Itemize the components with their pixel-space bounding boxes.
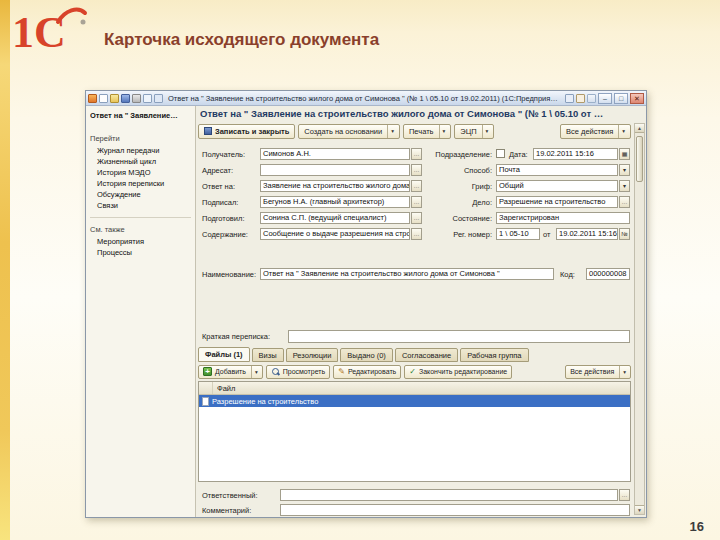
file-column-header: Файл [213,384,239,393]
case-field[interactable]: Разрешение на строительство [496,196,618,208]
maximize-button[interactable]: □ [614,93,628,104]
reply-to-field[interactable]: Заявление на строительство жилого дома о… [260,180,410,192]
responsible-select-button[interactable]: … [619,489,630,501]
print-preview-icon[interactable] [143,94,152,103]
case-select-button[interactable]: … [619,196,630,208]
all-actions-button[interactable]: Все действия ▾ [560,124,631,139]
finish-editing-button[interactable]: ✓ Закончить редактирование [404,365,512,379]
service-menu-icon[interactable] [587,94,596,103]
comment-label: Комментарий: [202,506,251,515]
method-dropdown-button[interactable]: ▾ [619,164,630,176]
app-window: Ответ на " Заявление на строительство жи… [85,90,647,518]
save-icon[interactable] [121,94,130,103]
tab-issued[interactable]: Выдано (0) [340,348,393,362]
reg-date-field[interactable]: 19.02.2011 15:16 [556,228,618,240]
summary-select-button[interactable]: … [411,228,422,240]
grif-dropdown-button[interactable]: ▾ [619,180,630,192]
scrollbar-thumb[interactable] [636,136,643,182]
prepared-by-select-button[interactable]: … [411,212,422,224]
sidebar-item-correspondence-history[interactable]: История переписки [90,178,191,189]
tab-resolutions[interactable]: Резолюции [286,348,339,362]
sidebar-item-events[interactable]: Мероприятия [90,236,191,247]
add-file-button[interactable]: + Добавить ▾ [198,365,263,379]
save-and-close-button[interactable]: Записать и закрыть [198,124,295,139]
digital-signature-button[interactable]: ЭЦП ▾ [454,124,494,139]
sidebar-item-lifecycle[interactable]: Жизненный цикл [90,156,191,167]
scroll-up-button[interactable]: ▲ [635,124,644,133]
tab-files[interactable]: Файлы (1) [198,347,250,362]
new-document-icon[interactable] [99,94,108,103]
files-grid[interactable]: Файл Разрешение на строительство [198,381,631,482]
date-field[interactable]: 19.02.2011 15:16 [533,148,618,160]
copy-icon[interactable] [154,94,163,103]
edit-file-button[interactable]: ✎ Редактировать [333,365,401,379]
add-file-label: Добавить [215,368,246,375]
navigation-panel: Ответ на " Заявление… Перейти Журнал пер… [86,106,196,517]
responsible-field[interactable] [280,489,618,501]
tab-working-group[interactable]: Рабочая группа [460,348,528,362]
signed-by-select-button[interactable]: … [411,196,422,208]
sidebar-item-discussion[interactable]: Обсуждение [90,189,191,200]
reply-to-label: Ответ на: [202,182,235,191]
sidebar-item-transfer-journal[interactable]: Журнал передачи [90,145,191,156]
chevron-down-icon: ▾ [251,366,258,378]
vertical-scrollbar[interactable]: ▲ ▼ [634,123,645,515]
signed-by-field[interactable]: Бегунов Н.А. (главный архитектор) [260,196,410,208]
tab-visas[interactable]: Визы [252,348,284,362]
sidebar-item-processes[interactable]: Процессы [90,247,191,258]
recipient-select-button[interactable]: … [411,148,422,160]
calendar-icon[interactable] [576,94,585,103]
window-body: Ответ на " Заявление… Перейти Журнал пер… [86,106,646,517]
addressee-select-button[interactable]: … [411,164,422,176]
code-field[interactable]: 000000008 [586,268,630,280]
calculator-icon[interactable] [565,94,574,103]
state-field[interactable]: Зарегистрирован [496,212,630,224]
file-row[interactable]: Разрешение на строительство [199,395,630,407]
recipient-field[interactable]: Симонов А.Н. [260,148,410,160]
view-file-label: Просмотреть [283,368,325,375]
reg-number-field[interactable]: 1 \ 05-10 [496,228,540,240]
open-icon[interactable] [110,94,119,103]
summary-field[interactable]: Сообщение о выдаче разрешения на строите… [260,228,410,240]
name-field[interactable]: Ответ на " Заявление на строительство жи… [260,268,554,280]
prepared-by-field[interactable]: Сонина С.П. (ведущий специалист) [260,212,410,224]
close-button[interactable]: ✕ [630,93,644,104]
check-icon: ✓ [409,367,416,376]
minimize-button[interactable]: – [598,93,612,104]
reply-to-select-button[interactable]: … [411,180,422,192]
add-icon: + [203,367,212,376]
scroll-down-button[interactable]: ▼ [635,505,644,514]
sidebar-item-links[interactable]: Связи [90,200,191,211]
slide: 1С Карточка исходящего документа Ответ н… [0,0,720,540]
print-icon[interactable] [132,94,141,103]
sidebar-item-medo-history[interactable]: История МЭДО [90,167,191,178]
page-title: Карточка исходящего документа [104,30,379,50]
grif-label: Гриф: [432,182,492,191]
summary-label: Содержание: [202,230,248,239]
view-file-button[interactable]: Просмотреть [266,365,330,379]
document-form: Ответ на " Заявление на строительство жи… [196,106,646,517]
window-titlebar[interactable]: Ответ на " Заявление на строительство жи… [86,91,646,106]
method-field[interactable]: Почта [496,164,618,176]
grif-field[interactable]: Общий [496,180,618,192]
assign-number-button[interactable]: № [619,228,630,240]
date-picker-button[interactable]: ▦ [619,148,630,160]
files-all-actions-button[interactable]: Все действия ▾ [565,365,631,379]
correspondence-box[interactable] [288,330,630,343]
magnifier-icon [271,367,280,376]
tab-approval[interactable]: Согласование [395,348,458,362]
addressee-label: Адресат: [202,166,233,175]
chevron-down-icon: ▾ [619,366,626,378]
form-title: Ответ на " Заявление на строительство жи… [200,108,630,119]
files-all-actions-label: Все действия [570,368,614,375]
reg-number-label: Рег. номер: [432,230,492,239]
create-based-on-button[interactable]: Создать на основании ▾ [298,124,400,139]
file-icon-column [199,382,213,394]
responsible-label: Ответственный: [202,491,258,500]
digital-signature-label: ЭЦП [460,127,476,136]
addressee-field[interactable] [260,164,410,176]
print-button[interactable]: Печать ▾ [403,124,451,139]
code-label: Код: [560,270,575,279]
department-checkbox[interactable] [496,149,505,158]
comment-field[interactable] [280,504,630,516]
